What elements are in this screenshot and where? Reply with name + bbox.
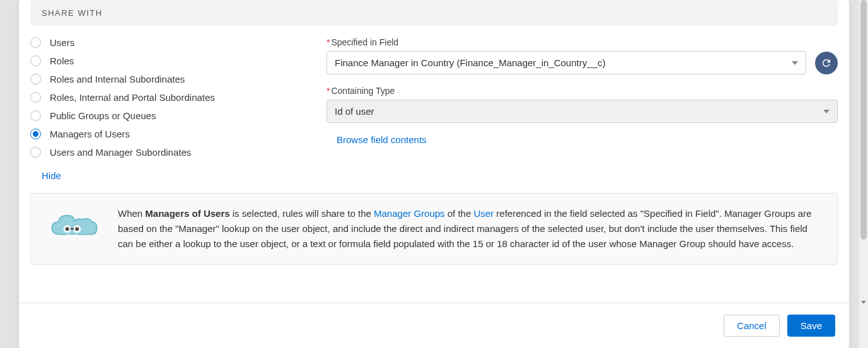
info-bold: Managers of Users: [145, 208, 229, 219]
radio-icon: [30, 110, 41, 121]
radio-managers-of-users[interactable]: Managers of Users: [30, 129, 301, 139]
radio-label: Users and Manager Subordinates: [50, 147, 191, 158]
radio-roles-internal-subordinates[interactable]: Roles and Internal Subordinates: [30, 74, 301, 84]
radio-users[interactable]: Users: [30, 37, 301, 48]
user-link[interactable]: User: [473, 208, 494, 219]
cancel-button[interactable]: Cancel: [724, 315, 780, 337]
radio-icon: [30, 92, 41, 103]
scrollbar-thumb[interactable]: [860, 0, 867, 240]
radio-label: Roles: [50, 55, 74, 66]
required-mark-icon: *: [327, 86, 330, 96]
scrollbar[interactable]: [859, 0, 868, 348]
info-box: When Managers of Users is selected, rule…: [30, 193, 838, 265]
share-with-modal: SHARE WITH Users Roles Roles and Interna…: [19, 0, 849, 348]
svg-point-2: [66, 227, 69, 231]
right-column: *Specified in Field Finance Manager in C…: [327, 37, 838, 158]
share-with-radio-group: Users Roles Roles and Internal Subordina…: [30, 37, 301, 158]
radio-label: Roles and Internal Subordinates: [50, 74, 185, 84]
radio-roles-internal-portal-subordinates[interactable]: Roles, Internal and Portal Subordinates: [30, 92, 301, 103]
radio-icon: [30, 129, 41, 139]
save-button[interactable]: Save: [787, 315, 835, 337]
radio-icon: [30, 147, 41, 158]
modal-body: SHARE WITH Users Roles Roles and Interna…: [19, 0, 849, 303]
containing-type-group: *Containing Type Id of user: [327, 86, 838, 123]
radio-icon: [30, 55, 41, 66]
radio-icon: [30, 37, 41, 48]
info-prefix: When: [118, 208, 145, 219]
radio-label: Users: [50, 37, 74, 48]
info-cloud-icon: [46, 210, 101, 245]
specified-field-row: Finance Manager in Country (Finance_Mana…: [327, 51, 838, 74]
required-mark-icon: *: [327, 37, 330, 47]
radio-icon: [30, 74, 41, 84]
browse-field-contents-link[interactable]: Browse field contents: [337, 134, 427, 145]
select-value: Id of user: [335, 106, 374, 117]
select-value: Finance Manager in Country (Finance_Mana…: [335, 57, 605, 68]
radio-users-manager-subordinates[interactable]: Users and Manager Subordinates: [30, 147, 301, 158]
chevron-down-icon: [823, 110, 830, 113]
content-row: Users Roles Roles and Internal Subordina…: [30, 37, 838, 158]
label-text: Containing Type: [331, 86, 395, 96]
radio-roles[interactable]: Roles: [30, 55, 301, 66]
left-column: Users Roles Roles and Internal Subordina…: [30, 37, 301, 158]
specified-field-label: *Specified in Field: [327, 37, 838, 47]
modal-footer: Cancel Save: [19, 303, 849, 348]
info-text: When Managers of Users is selected, rule…: [118, 206, 822, 252]
radio-label: Managers of Users: [50, 129, 130, 139]
info-mid2: of the: [445, 208, 474, 219]
refresh-icon: [821, 57, 832, 69]
containing-type-label: *Containing Type: [327, 86, 838, 96]
scroll-down-icon: [861, 301, 866, 304]
containing-type-select[interactable]: Id of user: [327, 100, 838, 123]
info-mid1: is selected, rules will share to the: [230, 208, 374, 219]
refresh-button[interactable]: [815, 52, 838, 74]
hide-link[interactable]: Hide: [42, 170, 61, 181]
svg-rect-4: [71, 228, 74, 230]
chevron-down-icon: [792, 61, 798, 65]
section-header: SHARE WITH: [30, 0, 838, 26]
radio-public-groups-queues[interactable]: Public Groups or Queues: [30, 110, 301, 121]
label-text: Specified in Field: [331, 37, 398, 47]
radio-label: Roles, Internal and Portal Subordinates: [50, 92, 215, 103]
specified-field-group: *Specified in Field Finance Manager in C…: [327, 37, 838, 74]
radio-label: Public Groups or Queues: [50, 110, 156, 121]
manager-groups-link[interactable]: Manager Groups: [374, 208, 445, 219]
specified-in-field-select[interactable]: Finance Manager in Country (Finance_Mana…: [327, 51, 806, 74]
svg-point-3: [75, 227, 79, 231]
